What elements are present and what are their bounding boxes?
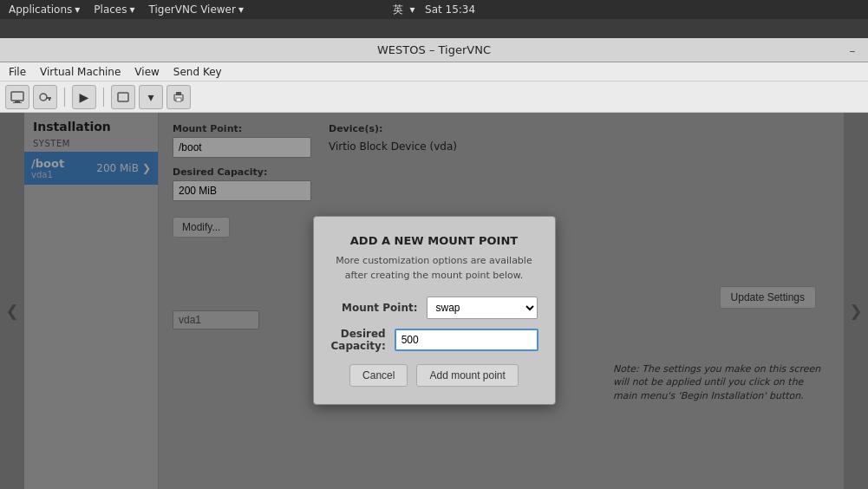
dialog-title: ADD A NEW MOUNT POINT	[331, 234, 538, 247]
add-mount-point-button[interactable]: Add mount point	[416, 364, 518, 387]
vnc-title: WESTOS – TigerVNC	[377, 43, 491, 56]
applications-arrow: ▾	[75, 3, 80, 16]
menu-virtualmachine[interactable]: Virtual Machine	[35, 64, 126, 80]
system-bar-center: 英 ▾ Sat 15:34	[393, 3, 475, 17]
toolbar-separator	[64, 88, 65, 107]
lang-indicator: 英	[393, 3, 403, 16]
menu-view[interactable]: View	[129, 64, 164, 80]
vnc-window: WESTOS – TigerVNC – File Virtual Machine…	[0, 38, 868, 489]
dialog-mount-point-label: Mount Point:	[331, 302, 427, 314]
svg-rect-6	[118, 93, 128, 101]
toolbar-dropdown-btn[interactable]: ▾	[139, 85, 163, 109]
svg-rect-1	[15, 101, 20, 102]
dialog-capacity-control	[395, 329, 538, 351]
toolbar-printer-btn[interactable]	[166, 85, 191, 109]
cancel-button[interactable]: Cancel	[349, 364, 408, 387]
tigervnc-arrow: ▾	[238, 3, 244, 16]
dialog-overlay: ADD A NEW MOUNT POINT More customization…	[0, 113, 868, 489]
main-content: ❮ Installation SYSTEM /boot vda1 200 MiB…	[0, 113, 868, 489]
vnc-menubar: File Virtual Machine View Send Key	[0, 62, 868, 82]
tigervnc-menu[interactable]: TigerVNC Viewer ▾	[146, 3, 247, 16]
toolbar-play-btn[interactable]: ▶	[72, 85, 96, 109]
dialog-mount-point-control: swap / /home /boot /tmp /var	[427, 297, 538, 319]
toolbar-separator2	[103, 88, 104, 107]
menu-file[interactable]: File	[3, 64, 31, 80]
vnc-toolbar: ▶ ▾	[0, 82, 868, 113]
dialog-mount-point-select[interactable]: swap / /home /boot /tmp /var	[427, 297, 538, 319]
dialog-mount-point-field: Mount Point: swap / /home /boot /tmp /va…	[331, 297, 538, 319]
vnc-titlebar: WESTOS – TigerVNC –	[0, 38, 868, 62]
dialog-capacity-input[interactable]	[395, 329, 538, 351]
tigervnc-label: TigerVNC Viewer	[149, 3, 236, 16]
clock: Sat 15:34	[425, 3, 475, 16]
system-bar-left: Applications ▾ Places ▾ TigerVNC Viewer …	[5, 3, 247, 16]
add-mount-point-dialog: ADD A NEW MOUNT POINT More customization…	[313, 216, 556, 405]
menu-sendkey[interactable]: Send Key	[168, 64, 227, 80]
places-label: Places	[94, 3, 127, 16]
system-bar: Applications ▾ Places ▾ TigerVNC Viewer …	[0, 0, 868, 19]
svg-point-3	[40, 94, 47, 101]
toolbar-key-btn[interactable]	[33, 85, 57, 109]
applications-menu[interactable]: Applications ▾	[5, 3, 83, 16]
toolbar-window-btn[interactable]	[111, 85, 135, 109]
toolbar-monitor-btn[interactable]	[5, 85, 29, 109]
svg-rect-0	[11, 92, 23, 101]
applications-label: Applications	[9, 3, 72, 16]
svg-rect-8	[176, 92, 181, 95]
places-arrow: ▾	[130, 3, 135, 16]
dialog-description: More customization options are available…	[331, 254, 538, 283]
svg-rect-9	[176, 98, 181, 101]
vnc-minimize-button[interactable]: –	[844, 42, 861, 59]
dialog-capacity-field: Desired Capacity:	[331, 328, 538, 352]
dialog-capacity-label: Desired Capacity:	[331, 328, 395, 352]
dialog-actions: Cancel Add mount point	[331, 364, 538, 387]
svg-rect-2	[13, 102, 22, 103]
places-menu[interactable]: Places ▾	[90, 3, 138, 16]
svg-rect-5	[49, 97, 50, 101]
